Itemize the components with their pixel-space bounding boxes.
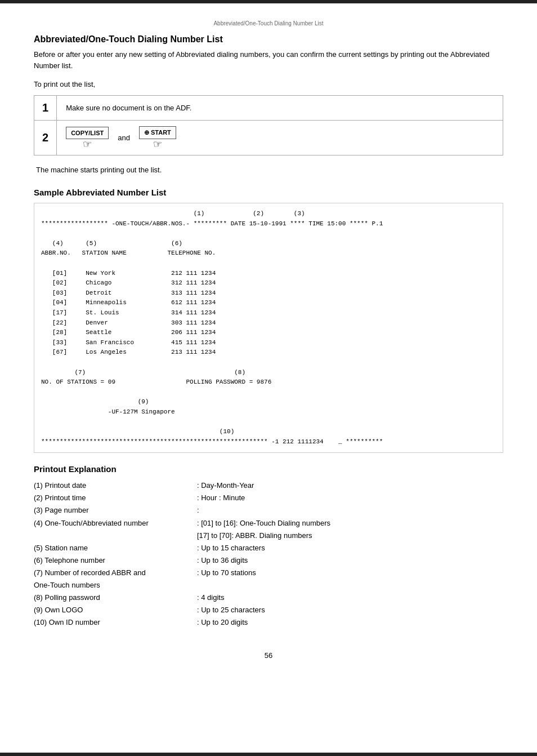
explanation-label: (1) Printout date <box>34 479 197 492</box>
explanation-value: : Up to 25 characters <box>197 604 503 616</box>
step-2-number: 2 <box>34 121 57 155</box>
explanation-label: (9) Own LOGO <box>34 604 197 616</box>
step-1-text: Make sure no document is on the ADF. <box>66 104 191 112</box>
explanation-value: : Hour : Minute <box>197 492 503 504</box>
explanation-label: (8) Polling password <box>34 592 197 604</box>
intro-text: Before or after you enter any new settin… <box>34 49 503 71</box>
copy-list-button-group: COPY/LIST ☞ <box>66 127 109 149</box>
explanation-row: (5) Station name: Up to 15 characters <box>34 542 503 554</box>
explanation-value: : Day-Month-Year <box>197 479 503 492</box>
explanation-label: (3) Page number <box>34 504 197 517</box>
and-label: and <box>118 134 130 142</box>
explanation-row: (3) Page number: <box>34 504 503 517</box>
explanation-row: (4) One-Touch/Abbreviated number: [01] t… <box>34 517 503 542</box>
machine-starts-text: The machine starts printing out the list… <box>34 166 503 174</box>
explanation-value: : Up to 20 digits <box>197 616 503 629</box>
page-number: 56 <box>265 651 272 660</box>
copy-list-button[interactable]: COPY/LIST <box>66 127 109 139</box>
to-print-label: To print out the list, <box>34 80 503 88</box>
steps-container: 1 Make sure no document is on the ADF. 2… <box>34 95 503 155</box>
sample-title: Sample Abbreviated Number List <box>34 188 503 197</box>
explanation-row: (9) Own LOGO: Up to 25 characters <box>34 604 503 616</box>
explanation-row: (8) Polling password: 4 digits <box>34 592 503 604</box>
explanation-value: : 4 digits <box>197 592 503 604</box>
explanation-label: (6) Telephone number <box>34 554 197 567</box>
explanation-value: : Up to 36 digits <box>197 554 503 567</box>
explanation-label: (5) Station name <box>34 542 197 554</box>
step-1-number: 1 <box>34 96 57 120</box>
explanation-value: : Up to 70 stations <box>197 567 503 579</box>
explanation-title: Printout Explanation <box>34 464 503 474</box>
explanation-row: (6) Telephone number: Up to 36 digits <box>34 554 503 567</box>
bottom-border <box>0 753 537 756</box>
section1-title: Abbreviated/One-Touch Dialing Number Lis… <box>34 34 503 45</box>
start-button[interactable]: ⊕ START <box>139 126 176 139</box>
explanation-value: : Up to 15 characters <box>197 542 503 554</box>
explanation-value: : <box>197 504 503 517</box>
explanation-row: (2) Printout time: Hour : Minute <box>34 492 503 504</box>
finger-icon-2: ☞ <box>153 139 162 149</box>
start-button-group: ⊕ START ☞ <box>139 126 176 149</box>
step-1: 1 Make sure no document is on the ADF. <box>34 96 503 121</box>
explanation-label: (2) Printout time <box>34 492 197 504</box>
explanation-row: (10) Own ID number: Up to 20 digits <box>34 616 503 629</box>
explanation-value: : [01] to [16]: One-Touch Dialing number… <box>197 517 503 542</box>
finger-icon-1: ☞ <box>83 139 92 149</box>
explanation-row: (1) Printout date: Day-Month-Year <box>34 479 503 492</box>
explanation-row: (7) Number of recorded ABBR and One-Touc… <box>34 567 503 592</box>
step-2-content: COPY/LIST ☞ and ⊕ START ☞ <box>57 121 503 155</box>
step-2: 2 COPY/LIST ☞ and ⊕ START ☞ <box>34 121 503 155</box>
explanation-label: (7) Number of recorded ABBR and One-Touc… <box>34 567 197 592</box>
explanation-label: (10) Own ID number <box>34 616 197 629</box>
sample-printout: (1) (2) (3) ****************** -ONE-TOUC… <box>34 203 503 453</box>
button-illustration: COPY/LIST ☞ and ⊕ START ☞ <box>66 126 176 149</box>
step-1-content: Make sure no document is on the ADF. <box>57 96 503 120</box>
explanation-table: (1) Printout date: Day-Month-Year(2) Pri… <box>34 479 503 629</box>
page-header-small: Abbreviated/One-Touch Dialing Number Lis… <box>34 20 503 26</box>
explanation-label: (4) One-Touch/Abbreviated number <box>34 517 197 530</box>
